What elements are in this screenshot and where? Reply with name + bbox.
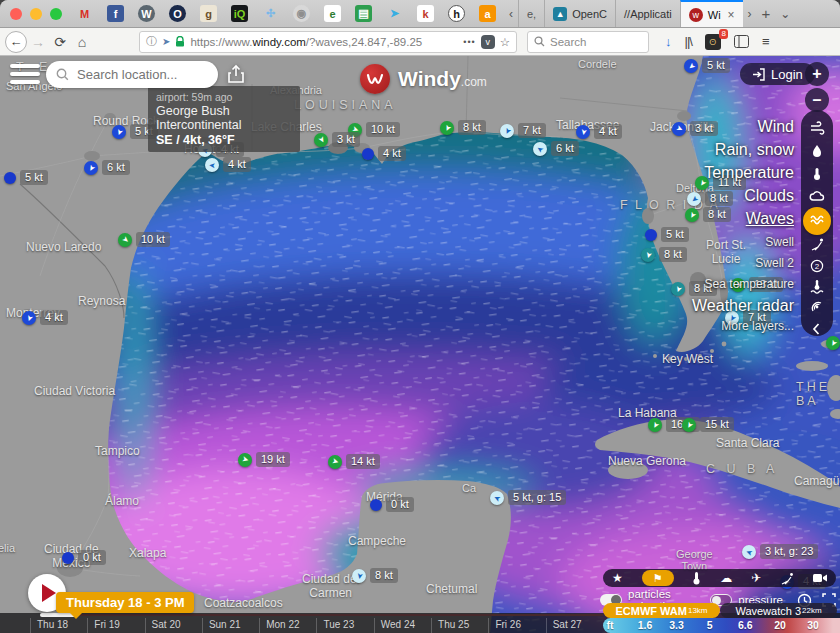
list-all-tabs-button[interactable]: ⌄	[775, 7, 795, 21]
layer-drop-label[interactable]: Rain, snow	[715, 141, 794, 159]
layer-waves-label[interactable]: Waves	[746, 210, 794, 228]
h-circle-icon[interactable]: h	[448, 5, 465, 22]
flights-shortcut-icon[interactable]: ✈	[751, 571, 761, 585]
timeline-day[interactable]: Sat 20	[145, 618, 202, 633]
scroll-tabs-left-button[interactable]: ‹	[504, 7, 518, 21]
model-wavewatch-button[interactable]: Wavewatch 322km	[720, 603, 837, 618]
menu-hamburger-button[interactable]	[10, 64, 40, 88]
wind-station-marker[interactable]: ➤8 kt	[352, 568, 398, 583]
iq-icon[interactable]: iQ	[231, 5, 248, 22]
wind-station-marker[interactable]: ➤5 kt	[684, 58, 730, 73]
chevron-layer-icon[interactable]	[809, 321, 825, 337]
close-tab-icon[interactable]: ×	[728, 8, 735, 22]
o-ring-icon[interactable]: O	[169, 5, 186, 22]
two-layer-icon[interactable]: 2	[809, 258, 825, 274]
green-doc-icon[interactable]: ▤	[355, 5, 372, 22]
bookmark-star-icon[interactable]: ☆	[500, 35, 510, 49]
home-button[interactable]: ⌂	[71, 34, 93, 50]
wind-station-marker[interactable]: ➤8 kt	[687, 191, 733, 206]
tab-windy-active[interactable]: w Wi ×	[680, 0, 743, 27]
timeline-day[interactable]: Sat 27	[546, 618, 603, 633]
wind-station-marker[interactable]: ➤4 kt	[576, 124, 622, 139]
webcams-shortcut-icon[interactable]	[813, 573, 827, 583]
kite-shortcut-icon[interactable]	[780, 572, 794, 585]
map-viewport[interactable]: airport: 59m ago George Bush Intercontin…	[0, 56, 840, 633]
address-bar[interactable]: ⓘ ➤ https://www.windy.com/?waves,24.847,…	[139, 31, 517, 53]
windy-logo[interactable]: Windy.com	[360, 64, 487, 94]
timeline-day[interactable]: Sun 21	[202, 618, 259, 633]
send-tab-icon[interactable]: ➤	[162, 36, 170, 47]
login-button[interactable]: Login	[740, 63, 815, 85]
kindle-icon[interactable]: k	[417, 5, 434, 22]
tab-partial[interactable]: e,	[518, 0, 544, 27]
wind-station-marker[interactable]: ➤8 kt	[641, 247, 687, 262]
layer-kite-label[interactable]: Swell	[765, 235, 794, 249]
library-icon[interactable]: ||\	[685, 34, 692, 49]
timeline-day[interactable]: Mon 22	[259, 618, 316, 633]
city-dot-marker[interactable]: 0 kt	[370, 497, 414, 512]
city-dot-marker[interactable]: 0 kt	[62, 550, 106, 565]
wind-station-marker[interactable]: ➤	[826, 336, 840, 350]
wind-station-marker[interactable]: ➤3 kt	[672, 121, 718, 136]
share-icon[interactable]	[226, 64, 246, 84]
wind-station-marker[interactable]: ➤10 kt	[118, 232, 170, 247]
wind-station-marker[interactable]: ➤5 kt, g: 15	[490, 490, 566, 505]
layer-thermo-label[interactable]: Temperature	[704, 164, 794, 182]
wind-station-marker[interactable]: ➤3 kt	[314, 132, 360, 147]
wind-station-marker[interactable]: ➤14 kt	[328, 454, 380, 469]
timeline-day[interactable]: Wed 24	[374, 618, 431, 633]
e-letter-icon[interactable]: e	[324, 5, 341, 22]
wind-station-marker[interactable]: ➤19 kt	[238, 452, 290, 467]
favorites-star-icon[interactable]: ★	[612, 571, 623, 585]
minimize-window-button[interactable]	[30, 8, 42, 20]
rain-shortcut-icon[interactable]: ☁	[720, 571, 732, 585]
timeline-day[interactable]: Tue 23	[316, 618, 373, 633]
city-dot-marker[interactable]: 5 kt	[4, 170, 48, 185]
goodreads-icon[interactable]: g	[200, 5, 217, 22]
drop-layer-icon[interactable]	[809, 143, 825, 159]
layer-two-label[interactable]: Swell 2	[755, 256, 794, 270]
close-window-button[interactable]	[10, 8, 22, 20]
menu-hamburger-icon[interactable]: ≡	[762, 34, 770, 49]
tampermonkey-icon[interactable]: ʘ8	[705, 34, 721, 50]
reload-button[interactable]: ⟳	[49, 34, 71, 50]
timeline-day[interactable]: Fri 19	[87, 618, 144, 633]
radar-layer-icon[interactable]	[809, 299, 825, 315]
maximize-window-button[interactable]	[50, 8, 62, 20]
tab-application[interactable]: //Applicati	[615, 0, 680, 27]
amazon-icon[interactable]: a	[479, 5, 496, 22]
wind-station-marker[interactable]: ➤8 kt	[440, 120, 486, 135]
forward-button[interactable]: →	[27, 34, 49, 50]
active-overlay-flag-icon[interactable]: ⚑	[642, 570, 674, 586]
wind-station-marker[interactable]: ➤3 kt, g: 23	[742, 544, 818, 559]
browser-search-bar[interactable]: Search	[527, 31, 649, 53]
facebook-icon[interactable]: f	[107, 5, 124, 22]
tab-opencpn[interactable]: ▲ OpenC	[544, 0, 615, 27]
thermo-layer-icon[interactable]	[809, 166, 825, 182]
wind-station-marker[interactable]: ➤8 kt	[685, 207, 731, 222]
site-info-icon[interactable]: ⓘ	[146, 34, 157, 49]
wind-station-marker[interactable]: ➤7 kt	[500, 123, 546, 138]
wave-height-scale[interactable]: ft1.63.356.62030	[603, 618, 840, 633]
telegram-icon[interactable]: ➤	[386, 5, 403, 22]
zoom-out-button[interactable]: –	[805, 88, 829, 112]
timeline-day[interactable]: Thu 18	[30, 618, 87, 633]
wind-station-marker[interactable]: ➤6 kt	[533, 141, 579, 156]
pocket-icon[interactable]: v	[481, 35, 495, 49]
downloads-icon[interactable]: ↓	[665, 34, 672, 49]
dots-icon[interactable]: ✣	[262, 5, 279, 22]
gmail-icon[interactable]: M	[76, 5, 93, 22]
kite-layer-icon[interactable]	[809, 237, 825, 253]
timeline-day[interactable]: Fri 26	[488, 618, 545, 633]
zoom-in-button[interactable]: +	[805, 62, 829, 86]
location-search[interactable]	[46, 61, 218, 88]
back-button[interactable]: ←	[5, 31, 27, 53]
location-search-input[interactable]	[75, 66, 195, 83]
globe-icon[interactable]: ◉	[293, 5, 310, 22]
wind-station-marker[interactable]: ➤15 kt	[682, 417, 734, 432]
wind-station-marker[interactable]: ➤4 kt	[22, 310, 68, 325]
secure-lock-icon[interactable]	[175, 36, 185, 47]
temperature-shortcut-icon[interactable]	[692, 571, 701, 585]
wordpress-icon[interactable]: W	[138, 5, 155, 22]
cloud-layer-icon[interactable]	[809, 189, 825, 205]
